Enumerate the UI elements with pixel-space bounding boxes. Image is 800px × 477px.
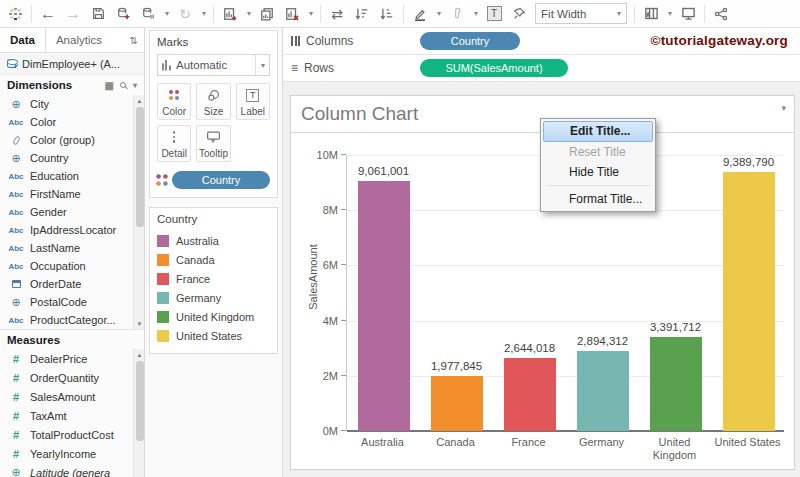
detail-button[interactable]: Detail [157, 125, 191, 162]
field-row[interactable]: AbcOccupation [0, 257, 144, 275]
legend-item[interactable]: Australia [157, 231, 270, 250]
tableau-logo-icon[interactable] [6, 3, 24, 25]
label-button[interactable]: T Label [236, 83, 270, 120]
measures-scrollbar[interactable]: ▲ [133, 349, 144, 477]
fit-select[interactable]: Fit Width ▾ [535, 3, 627, 24]
menu-item[interactable]: Edit Title... [543, 121, 653, 142]
show-me-icon[interactable] [642, 3, 660, 25]
scroll-up-icon[interactable]: ▲ [134, 349, 144, 360]
add-datasource-icon[interactable] [114, 3, 132, 25]
toolbar-separator [320, 5, 321, 23]
title-menu-caret-icon[interactable]: ▾ [781, 103, 786, 113]
sort-descending-icon[interactable] [378, 3, 396, 25]
legend-item[interactable]: France [157, 269, 270, 288]
field-row[interactable]: ⊕PostalCode [0, 293, 144, 311]
grid-view-icon[interactable]: ▦ [105, 80, 114, 91]
duplicate-sheet-icon[interactable] [258, 3, 276, 25]
field-row[interactable]: AbcFirstName [0, 185, 144, 203]
scroll-thumb[interactable] [136, 361, 144, 441]
tab-data[interactable]: Data [0, 28, 46, 52]
datasource-row[interactable]: ✓ DimEmployee+ (A... [0, 53, 144, 75]
columns-shelf[interactable]: Columns Country ©tutorialgateway.org [283, 28, 800, 55]
bar-united-kingdom[interactable] [650, 337, 702, 431]
legend-item[interactable]: Germany [157, 288, 270, 307]
legend-item[interactable]: United Kingdom [157, 307, 270, 326]
bar-australia[interactable] [358, 181, 410, 431]
scroll-up-icon[interactable]: ▲ [134, 95, 145, 106]
new-worksheet-icon[interactable] [221, 3, 239, 25]
refresh-icon[interactable]: ↻ [176, 3, 194, 25]
redo-icon[interactable]: → [64, 3, 82, 25]
clear-sheet-icon[interactable] [283, 3, 301, 25]
color-button[interactable]: Color [157, 83, 191, 120]
show-mark-labels-icon[interactable]: T [485, 3, 503, 25]
mark-type-select[interactable]: Automatic ▾ [157, 54, 270, 76]
x-axis-line [347, 430, 784, 432]
clear-sheet-caret-icon[interactable]: ▾ [309, 9, 313, 18]
presentation-mode-icon[interactable] [679, 3, 697, 25]
field-row[interactable]: AbcGender [0, 203, 144, 221]
show-me-caret-icon[interactable]: ▾ [668, 9, 672, 18]
new-worksheet-caret-icon[interactable]: ▾ [247, 9, 251, 18]
field-row[interactable]: AbcLastName [0, 239, 144, 257]
field-row[interactable]: #YearlyIncome [0, 444, 144, 463]
group-caret-icon[interactable]: ▾ [474, 9, 478, 18]
highlight-caret-icon[interactable]: ▾ [437, 9, 441, 18]
legend-item[interactable]: Canada [157, 250, 270, 269]
refresh-caret-icon[interactable]: ▾ [202, 9, 206, 18]
save-icon[interactable] [89, 3, 107, 25]
menu-item: Reset Title [543, 142, 653, 162]
scroll-thumb[interactable] [136, 107, 144, 227]
field-row[interactable]: AbcColor [0, 113, 144, 131]
marks-pill[interactable]: Country [172, 171, 270, 189]
pause-updates-icon[interactable] [139, 3, 157, 25]
field-row[interactable]: Color (group) [0, 131, 144, 149]
field-row[interactable]: #DealerPrice [0, 349, 144, 368]
rows-pill[interactable]: SUM(SalesAmount) [420, 59, 568, 77]
field-row[interactable]: #OrderQuantity [0, 368, 144, 387]
group-paperclip-icon[interactable] [448, 3, 466, 25]
tooltip-button[interactable]: Tooltip [196, 125, 230, 162]
field-row[interactable]: ⊕City [0, 95, 144, 113]
pane-swap-icon[interactable]: ⇅ [130, 28, 144, 52]
x-axis-label: Canada [419, 436, 492, 462]
menu-item[interactable]: Format Title... [543, 189, 653, 209]
menu-item[interactable]: Hide Title [543, 162, 653, 182]
measures-header: Measures [0, 329, 144, 349]
field-row[interactable]: AbcProductCategor... [0, 311, 144, 329]
size-button[interactable]: Size [196, 83, 230, 120]
x-axis-label: United States [711, 436, 784, 462]
tab-analytics[interactable]: Analytics [46, 28, 112, 52]
field-row[interactable]: #SalesAmount [0, 387, 144, 406]
dimensions-scrollbar[interactable]: ▲ ▼ [133, 95, 144, 329]
y-tick-label: 2M [323, 370, 338, 382]
search-icon[interactable] [120, 82, 126, 88]
y-tick-label: 4M [323, 315, 338, 327]
pane-menu-caret-icon[interactable]: ▾ [133, 81, 137, 90]
undo-icon[interactable]: ← [39, 3, 57, 25]
field-row[interactable]: AbcIpAddressLocator [0, 221, 144, 239]
field-row[interactable]: ⊕Latitude (genera [0, 463, 144, 477]
bar-united-states[interactable] [723, 172, 775, 431]
sort-ascending-icon[interactable] [353, 3, 371, 25]
legend-item[interactable]: United States [157, 326, 270, 345]
share-icon[interactable] [712, 3, 730, 25]
field-row[interactable]: OrderDate [0, 275, 144, 293]
bar-canada[interactable] [431, 376, 483, 431]
highlight-pen-icon[interactable] [411, 3, 429, 25]
field-row[interactable]: ⊕Country [0, 149, 144, 167]
field-row[interactable]: AbcEducation [0, 167, 144, 185]
bar-france[interactable] [504, 358, 556, 431]
scroll-down-icon[interactable]: ▼ [134, 318, 145, 329]
pause-updates-caret-icon[interactable]: ▾ [165, 9, 169, 18]
field-row[interactable]: #TotalProductCost [0, 425, 144, 444]
bar-germany[interactable] [577, 351, 629, 431]
field-label: DealerPrice [30, 353, 87, 365]
fix-axes-pin-icon[interactable] [510, 3, 528, 25]
tooltip-bubble-icon [206, 130, 221, 144]
swap-rows-columns-icon[interactable]: ⇄ [328, 3, 346, 25]
rows-shelf[interactable]: ≡ Rows SUM(SalesAmount) [283, 55, 800, 82]
field-row[interactable]: #TaxAmt [0, 406, 144, 425]
datasource-name: DimEmployee+ (A... [22, 58, 120, 70]
columns-pill[interactable]: Country [420, 32, 520, 50]
